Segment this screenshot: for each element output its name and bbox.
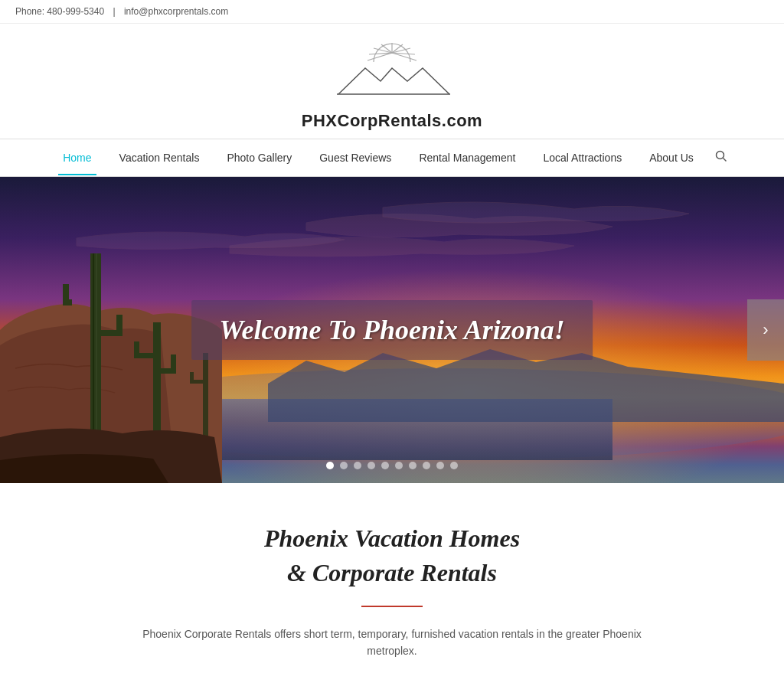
nav-item-rental-management[interactable]: Rental Management — [405, 141, 529, 175]
slide-caption: Welcome To Phoenix Arizona! — [191, 300, 593, 360]
email-address: info@phxcorprentals.com — [124, 6, 228, 17]
dot-4[interactable] — [368, 462, 375, 469]
logo-graphic — [315, 39, 469, 108]
dot-6[interactable] — [395, 462, 403, 469]
logo-text: PHXCorpRentals.com — [0, 111, 784, 131]
hero-slider: Welcome To Phoenix Arizona! › — [0, 177, 784, 483]
dot-8[interactable] — [423, 462, 430, 469]
dot-10[interactable] — [450, 462, 458, 469]
nav-item-local-attractions[interactable]: Local Attractions — [529, 141, 635, 175]
top-bar: Phone: 480-999-5340 | info@phxcorprental… — [0, 0, 784, 24]
title-line2: & Corporate Rentals — [287, 559, 497, 586]
dot-1[interactable] — [326, 462, 334, 469]
content-section: Phoenix Vacation Homes & Corporate Renta… — [0, 483, 784, 673]
svg-point-10 — [716, 152, 724, 159]
dot-9[interactable] — [436, 462, 444, 469]
section-divider — [361, 606, 423, 607]
logo-area: PHXCorpRentals.com — [0, 24, 784, 139]
slider-dots — [326, 462, 458, 469]
phone-number: Phone: 480-999-5340 — [15, 6, 104, 17]
slider-next-button[interactable]: › — [747, 299, 784, 361]
dot-2[interactable] — [340, 462, 348, 469]
dot-5[interactable] — [381, 462, 389, 469]
nav-item-guest-reviews[interactable]: Guest Reviews — [305, 141, 405, 175]
svg-rect-27 — [171, 354, 176, 374]
nav-item-about-us[interactable]: About Us — [635, 141, 707, 175]
separator: | — [113, 6, 115, 17]
section-title: Phoenix Vacation Homes & Corporate Renta… — [15, 521, 769, 590]
title-line1: Phoenix Vacation Homes — [264, 524, 520, 552]
svg-rect-30 — [190, 372, 194, 384]
nav-item-photo-gallery[interactable]: Photo Gallery — [213, 141, 305, 175]
svg-rect-20 — [116, 315, 122, 336]
nav-item-vacation-rentals[interactable]: Vacation Rentals — [106, 141, 214, 175]
svg-rect-18 — [63, 284, 69, 305]
main-nav: Home Vacation Rentals Photo Gallery Gues… — [0, 139, 784, 177]
dot-7[interactable] — [409, 462, 416, 469]
section-description: Phoenix Corporate Rentals offers short t… — [124, 626, 660, 660]
nav-item-home[interactable]: Home — [49, 141, 105, 175]
search-icon[interactable] — [707, 139, 735, 176]
slide-caption-text: Welcome To Phoenix Arizona! — [219, 314, 565, 346]
svg-line-11 — [723, 158, 726, 162]
svg-rect-25 — [134, 341, 139, 358]
dot-3[interactable] — [354, 462, 361, 469]
